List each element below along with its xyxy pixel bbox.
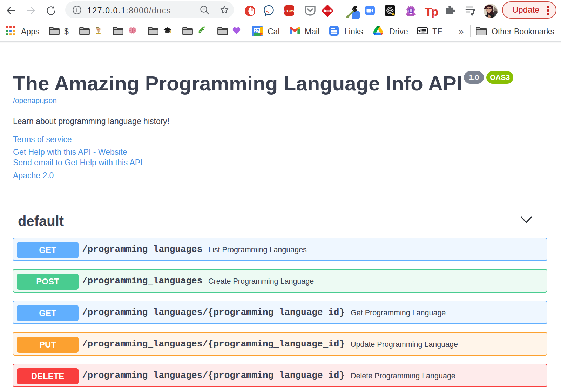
svg-text:27: 27 <box>254 28 259 34</box>
